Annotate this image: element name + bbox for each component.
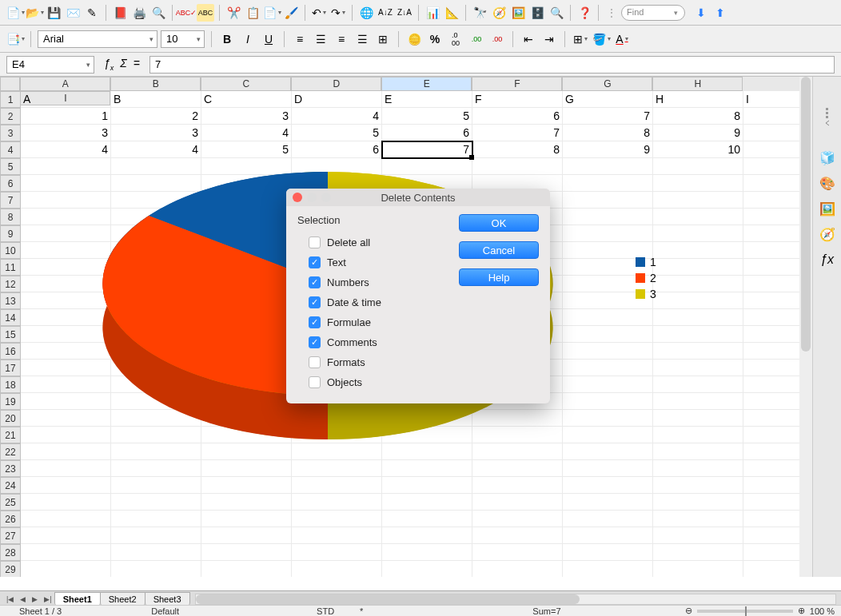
cell-G1[interactable]: G — [563, 91, 653, 108]
close-icon[interactable] — [293, 193, 302, 202]
cell-A26[interactable] — [21, 511, 111, 527]
bold-button[interactable]: B — [218, 30, 236, 48]
cell-A27[interactable] — [21, 527, 111, 544]
borders-button[interactable]: ⊞ — [572, 30, 589, 48]
print-preview-button[interactable]: 🔍 — [149, 4, 167, 22]
cell-B29[interactable] — [111, 561, 201, 577]
cell-F28[interactable] — [472, 544, 563, 561]
row-header-2[interactable]: 2 — [0, 108, 21, 125]
undo-button[interactable]: ↶ — [310, 4, 328, 22]
cell-G5[interactable] — [563, 158, 653, 175]
row-header-19[interactable]: 19 — [0, 393, 21, 410]
align-justify-button[interactable]: ☰ — [353, 30, 371, 48]
cell-D27[interactable] — [292, 527, 382, 544]
cell-B1[interactable]: B — [111, 91, 201, 108]
datasources-button[interactable]: 🗄️ — [528, 4, 546, 22]
row-header-3[interactable]: 3 — [0, 125, 21, 141]
row-header-24[interactable]: 24 — [0, 477, 21, 494]
cell-H18[interactable] — [653, 376, 743, 393]
cell-G25[interactable] — [563, 494, 653, 511]
column-header-H[interactable]: H — [652, 77, 743, 91]
print-button[interactable]: 🖨️ — [130, 4, 148, 22]
cell-D1[interactable]: D — [292, 91, 382, 108]
cell-G21[interactable] — [563, 427, 653, 443]
dialog-titlebar[interactable]: Delete Contents — [286, 189, 550, 206]
cell-H24[interactable] — [653, 477, 743, 494]
cell-G24[interactable] — [563, 477, 653, 494]
row-header-20[interactable]: 20 — [0, 410, 21, 427]
checkbox-date-time[interactable]: ✓Date & time — [297, 292, 444, 312]
decrease-indent-button[interactable]: ⇤ — [520, 30, 537, 48]
function-button[interactable]: = — [134, 57, 140, 72]
toolbar-grip[interactable]: ⋮ — [604, 7, 620, 18]
zoom-out-button[interactable]: ⊖ — [685, 606, 692, 616]
align-center-button[interactable]: ☰ — [312, 30, 329, 48]
merge-cells-button[interactable]: ⊞ — [374, 30, 392, 48]
gallery-button[interactable]: 🖼️ — [509, 4, 527, 22]
row-header-7[interactable]: 7 — [0, 192, 21, 209]
column-header-G[interactable]: G — [562, 77, 652, 91]
row-header-21[interactable]: 21 — [0, 427, 21, 443]
cell-C24[interactable] — [201, 477, 292, 494]
cell-H5[interactable] — [653, 158, 743, 175]
cell-H10[interactable] — [653, 242, 743, 259]
cell-B26[interactable] — [111, 511, 201, 527]
vertical-scrollbar[interactable] — [799, 77, 812, 577]
cell-F25[interactable] — [472, 494, 563, 511]
cell-C29[interactable] — [201, 561, 292, 577]
sum-button[interactable]: Σ — [120, 57, 126, 72]
bgcolor-button[interactable]: 🪣 — [592, 30, 610, 48]
row-header-28[interactable]: 28 — [0, 544, 21, 561]
row-header-14[interactable]: 14 — [0, 309, 21, 326]
page-style[interactable]: Default — [138, 606, 192, 616]
font-name-select[interactable]: Arial — [38, 30, 157, 48]
tab-last-button[interactable]: ▶| — [41, 595, 54, 603]
zoom-in-button[interactable]: ⊕ — [798, 606, 805, 616]
show-draw-button[interactable]: 📐 — [443, 4, 460, 22]
help-button[interactable]: ❓ — [576, 4, 593, 22]
cell-H25[interactable] — [653, 494, 743, 511]
cell-G2[interactable]: 7 — [563, 108, 653, 125]
cell-G26[interactable] — [563, 511, 653, 527]
save-button[interactable]: 💾 — [45, 4, 62, 22]
function-wizard-button[interactable]: ƒx — [104, 57, 114, 72]
cell-E4[interactable]: 7 — [382, 141, 472, 158]
sidebar-handle[interactable] — [823, 93, 831, 141]
cell-H17[interactable] — [653, 360, 743, 376]
open-button[interactable]: 📂 — [26, 4, 43, 22]
cell-H7[interactable] — [653, 192, 743, 209]
redo-button[interactable]: ↷ — [329, 4, 347, 22]
row-header-1[interactable]: 1 — [0, 91, 21, 108]
navigator-icon[interactable]: 🧭 — [819, 225, 836, 243]
cell-G4[interactable]: 9 — [563, 141, 653, 158]
cell-H27[interactable] — [653, 527, 743, 544]
email-button[interactable]: ✉️ — [64, 4, 82, 22]
cell-B25[interactable] — [111, 494, 201, 511]
cell-G3[interactable]: 8 — [563, 125, 653, 141]
align-right-button[interactable]: ≡ — [333, 30, 350, 48]
horizontal-scrollbar[interactable] — [195, 594, 836, 605]
row-header-18[interactable]: 18 — [0, 376, 21, 393]
cell-B27[interactable] — [111, 527, 201, 544]
cell-C25[interactable] — [201, 494, 292, 511]
row-header-15[interactable]: 15 — [0, 326, 21, 343]
cell-H1[interactable]: H — [653, 91, 743, 108]
chart-button[interactable]: 📊 — [424, 4, 441, 22]
cell-G19[interactable] — [563, 393, 653, 410]
cell-B24[interactable] — [111, 477, 201, 494]
cell-E26[interactable] — [382, 511, 472, 527]
row-header-10[interactable]: 10 — [0, 242, 21, 259]
cell-G22[interactable] — [563, 443, 653, 460]
cell-E25[interactable] — [382, 494, 472, 511]
cell-H12[interactable] — [653, 276, 743, 292]
row-header-13[interactable]: 13 — [0, 292, 21, 309]
format-paintbrush-button[interactable]: 🖌️ — [282, 4, 300, 22]
cell-G16[interactable] — [563, 343, 653, 360]
cell-D24[interactable] — [292, 477, 382, 494]
number-format-button[interactable]: .000 — [447, 30, 464, 48]
cell-H19[interactable] — [653, 393, 743, 410]
column-header-A[interactable]: A — [20, 77, 110, 91]
cell-G29[interactable] — [563, 561, 653, 577]
sheet-tab-sheet1[interactable]: Sheet1 — [54, 592, 101, 606]
properties-icon[interactable]: 🧊 — [819, 149, 836, 166]
